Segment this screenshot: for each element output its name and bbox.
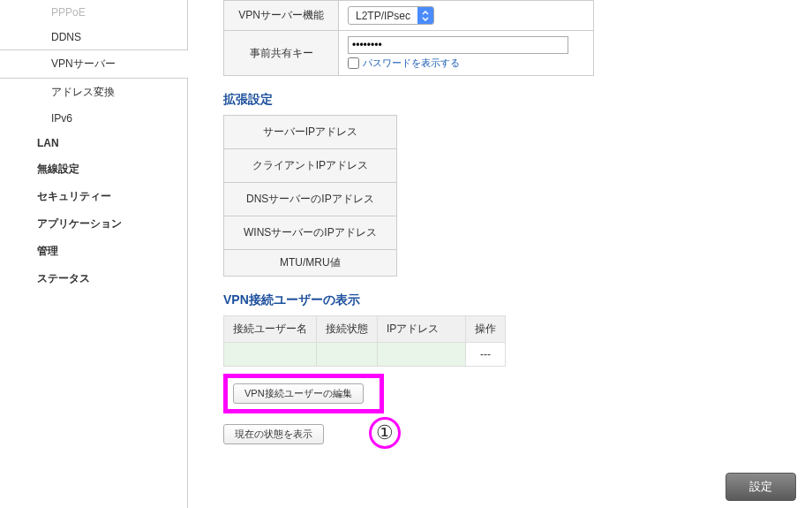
sidebar-item-application[interactable]: アプリケーション	[0, 210, 187, 238]
circle-1-icon: ①	[369, 417, 401, 449]
sidebar-item-security[interactable]: セキュリティー	[0, 183, 187, 210]
ext-row-client-ip: クライアントIPアドレス	[224, 149, 397, 183]
col-ip: IPアドレス	[378, 316, 466, 343]
show-password-row: パスワードを表示する	[348, 57, 584, 70]
show-current-status-button[interactable]: 現在の状態を表示	[223, 424, 324, 444]
vpn-users-title: VPN接続ユーザーの表示	[223, 292, 812, 308]
ext-settings-table: サーバーIPアドレス クライアントIPアドレス DNSサーバーのIPアドレス W…	[223, 115, 397, 277]
vpn-func-label: VPNサーバー機能	[224, 1, 339, 31]
ext-row-dns-ip: DNSサーバーのIPアドレス	[224, 183, 397, 216]
table-header-row: 接続ユーザー名 接続状態 IPアドレス 操作	[224, 316, 506, 343]
sidebar-item-pppoe[interactable]: PPPoE	[0, 0, 187, 25]
annotation-highlight: VPN接続ユーザーの編集	[223, 374, 384, 413]
vpn-users-table: 接続ユーザー名 接続状態 IPアドレス 操作 ---	[223, 315, 506, 367]
vpn-func-value: L2TP/IPsec	[349, 10, 417, 22]
sidebar-item-wireless[interactable]: 無線設定	[0, 155, 187, 183]
vpn-func-select[interactable]: L2TP/IPsec	[348, 6, 434, 25]
psk-field[interactable]	[348, 36, 568, 54]
sidebar-item-admin[interactable]: 管理	[0, 238, 187, 265]
main-content: VPNサーバー機能 L2TP/IPsec 事前共有キー パスワードを表示する	[188, 0, 812, 444]
sidebar-item-ddns[interactable]: DDNS	[0, 25, 187, 49]
psk-label: 事前共有キー	[224, 31, 339, 76]
ext-row-wins-ip: WINSサーバーのIPアドレス	[224, 216, 397, 250]
sidebar: PPPoE DDNS VPNサーバー アドレス変換 IPv6 LAN 無線設定 …	[0, 0, 188, 508]
sidebar-item-status[interactable]: ステータス	[0, 265, 187, 292]
sidebar-item-ipv6[interactable]: IPv6	[0, 106, 187, 131]
edit-vpn-users-button[interactable]: VPN接続ユーザーの編集	[233, 383, 364, 404]
ext-row-mtu: MTU/MRU値	[224, 250, 397, 277]
show-password-label: パスワードを表示する	[363, 57, 460, 70]
ext-settings-title: 拡張設定	[223, 92, 812, 108]
empty-action-cell: ---	[466, 343, 506, 367]
col-conn-state: 接続状態	[317, 316, 378, 343]
sidebar-item-lan[interactable]: LAN	[0, 131, 187, 155]
chevron-updown-icon	[417, 7, 433, 24]
sidebar-item-vpn-server[interactable]: VPNサーバー	[0, 49, 187, 79]
submit-button[interactable]: 設定	[726, 473, 796, 501]
show-password-checkbox[interactable]	[348, 57, 359, 69]
vpn-basic-table: VPNサーバー機能 L2TP/IPsec 事前共有キー パスワードを表示する	[223, 0, 594, 76]
col-action: 操作	[466, 316, 506, 343]
annotation-marker: ①	[369, 417, 401, 449]
col-username: 接続ユーザー名	[224, 316, 317, 343]
table-row: ---	[224, 343, 506, 367]
sidebar-item-address-trans[interactable]: アドレス変換	[0, 79, 187, 106]
ext-row-server-ip: サーバーIPアドレス	[224, 116, 397, 149]
